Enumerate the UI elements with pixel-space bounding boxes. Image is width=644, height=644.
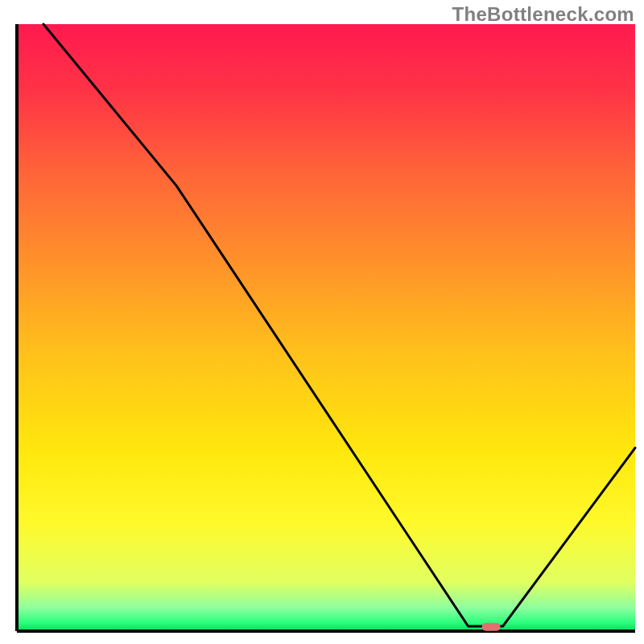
minimum-highlight (482, 623, 501, 631)
chart-frame: TheBottleneck.com (0, 0, 644, 644)
plot-background (17, 24, 635, 631)
bottleneck-chart (0, 0, 644, 644)
